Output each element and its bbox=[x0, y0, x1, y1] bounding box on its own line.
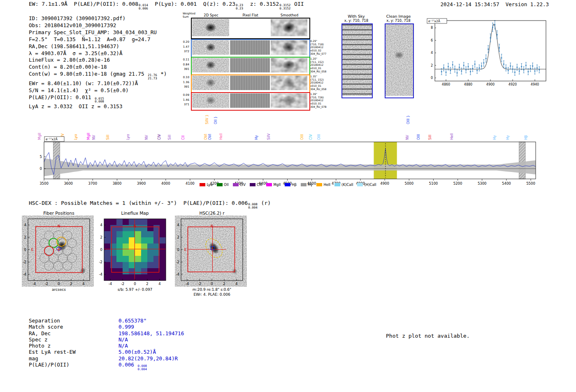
svg-text:3600: 3600 bbox=[64, 181, 73, 186]
svg-text:3800: 3800 bbox=[113, 181, 122, 186]
spec2d-weighted-2d bbox=[192, 19, 229, 36]
legend-swatch bbox=[217, 183, 223, 186]
match-field-label: Spec z bbox=[29, 336, 118, 343]
svg-text:0: 0 bbox=[211, 282, 213, 286]
legend-swatch bbox=[285, 183, 290, 186]
legend-item: (K)CaII bbox=[334, 183, 353, 187]
text-segment: EWr = 8.40(±1.10) (w: 7.10(±0.72))Å bbox=[29, 80, 138, 86]
svg-text:3500: 3500 bbox=[39, 181, 49, 186]
svg-text:5300: 5300 bbox=[478, 181, 487, 186]
svg-text:MgII: MgII bbox=[86, 133, 91, 140]
svg-text:Hγ: Hγ bbox=[492, 135, 497, 140]
svg-text:4: 4 bbox=[100, 223, 102, 227]
stacked-uncertainty: 0.0140.006 bbox=[139, 4, 148, 10]
text-segment: P(LAE)/P(OII): 0.011 bbox=[29, 94, 94, 100]
stacked-uncertainty: 0.31520.3152 bbox=[279, 4, 290, 10]
text-segment: S/N = 14.1(±1.4) χ² = 0.5(±0.0) bbox=[29, 87, 129, 93]
spec2d-pixelflat bbox=[230, 40, 270, 55]
cutout-plot: NE-4-4-2-2002244 bbox=[169, 216, 247, 289]
spec2d-row bbox=[191, 74, 310, 93]
svg-text:-2: -2 bbox=[121, 282, 124, 286]
noise-image bbox=[271, 58, 307, 72]
stacked-uncertainty: 0.0150.008 bbox=[95, 97, 104, 104]
svg-text:HeII: HeII bbox=[450, 133, 454, 140]
with-sky-panel: With Skyx, y: 710, 718 bbox=[340, 12, 373, 101]
svg-text:4: 4 bbox=[177, 223, 179, 227]
legend-label: OII bbox=[224, 183, 229, 187]
legend-swatch bbox=[316, 183, 322, 186]
svg-text:-2: -2 bbox=[23, 260, 26, 264]
spec2d-pixelflat bbox=[230, 93, 270, 108]
spec2d-row-weights: 0.201.47372 bbox=[180, 40, 189, 54]
text-segment: P(Lyα): 0.001 Q(z): 0.23 bbox=[149, 1, 235, 7]
spec2d-smoothed bbox=[271, 93, 307, 108]
svg-text:5: 5 bbox=[40, 155, 42, 159]
svg-text:-2: -2 bbox=[176, 260, 179, 264]
info-line: LineFlux = 2.80(±0.28)e-16 bbox=[29, 57, 167, 64]
cutout-sublabels: s/b: 5.97 +/- 0.097 bbox=[100, 288, 170, 292]
spec2d-col-header: Smoothed bbox=[272, 13, 307, 17]
spec2d-row-weights: 0.091.46371 bbox=[180, 93, 189, 107]
noise-image bbox=[192, 93, 229, 108]
svg-text:SiII: SiII bbox=[167, 135, 172, 140]
cutout-sublabel: m:20.9 re:1.8" s:0.6" bbox=[177, 288, 247, 292]
text-segment: ID: 3090017392 (3090017392.pdf) bbox=[29, 15, 125, 21]
svg-text:OII }: OII } bbox=[214, 116, 218, 124]
svg-text:E: E bbox=[31, 248, 34, 252]
match-row: mag20.82(20.79,20.84)R bbox=[29, 355, 184, 362]
svg-text:OIII: OIII bbox=[416, 134, 420, 140]
match-field-label: Match score bbox=[29, 324, 118, 330]
match-row: Spec zN/A bbox=[29, 336, 184, 343]
spec2d-weighted-flat bbox=[230, 19, 270, 36]
panel-subtitle: x, y: 710, 718 bbox=[382, 19, 415, 23]
spec2d-cutout bbox=[192, 76, 229, 90]
svg-text:OVI: OVI bbox=[204, 134, 208, 140]
info-line: Obs: 20180412v010_3090017392 bbox=[29, 22, 167, 29]
noise-image bbox=[192, 40, 229, 55]
spec2d-weighted-smooth bbox=[271, 19, 307, 36]
svg-text:Hγ: Hγ bbox=[506, 135, 510, 140]
legend-label: (K)CaII bbox=[341, 183, 353, 187]
elixer-report-page: EW: 7.1±1.9Å P(LAE)/P(OII): 0.0080.0140.… bbox=[0, 0, 576, 392]
svg-text:2: 2 bbox=[177, 235, 179, 239]
hsc-dex-header: HSC-DEX : Possible Matches = 1 (within +… bbox=[29, 200, 271, 209]
spec2d-row bbox=[191, 57, 310, 75]
svg-text:OIII }: OIII } bbox=[406, 115, 410, 124]
cutout-sublabel: s/b: 5.97 +/- 0.097 bbox=[100, 288, 170, 292]
flux-svg: N-4-4-2-2002244 bbox=[92, 216, 170, 288]
match-row: Match score0.999 bbox=[29, 324, 184, 330]
panel-image bbox=[341, 23, 373, 98]
svg-text:N: N bbox=[211, 224, 214, 228]
legend-item: Hβ bbox=[285, 183, 297, 187]
text-segment: HSC-DEX : Possible Matches = 1 (within +… bbox=[29, 200, 248, 206]
svg-text:-4: -4 bbox=[23, 272, 26, 276]
svg-text:6: 6 bbox=[431, 39, 433, 42]
text-segment: 0.999 bbox=[118, 324, 134, 330]
legend-label: (H)CaII bbox=[364, 183, 376, 187]
text-segment: Obs: 20180412v010_3090017392 bbox=[29, 22, 116, 28]
spec2d-cutout bbox=[192, 93, 229, 108]
legend-item: CIII bbox=[250, 183, 262, 187]
legend-item: Lyα bbox=[200, 183, 213, 187]
match-field-label: Est LyA rest-EW bbox=[29, 349, 118, 355]
match-field-label: Photo z bbox=[29, 343, 118, 349]
text-segment: LineFlux = 2.80(±0.28)e-16 bbox=[29, 57, 110, 63]
spec2d-cutout bbox=[192, 58, 229, 72]
text-segment: 5.00(±0.52)Å bbox=[118, 349, 156, 355]
text-segment: RA,Dec (198.586411,51.194637) bbox=[29, 43, 119, 49]
noise-image bbox=[386, 24, 413, 96]
photz-note: Phot z plot not available. bbox=[386, 333, 470, 339]
svg-text:5400: 5400 bbox=[502, 181, 511, 186]
match-field-value: N/A bbox=[118, 336, 128, 343]
legend-swatch bbox=[250, 183, 255, 186]
text-segment: F=2.5" T=0.135 N̄=1.12 A=0.87 g=24.7 bbox=[29, 36, 151, 42]
spec2d-row bbox=[191, 92, 310, 111]
noise-image bbox=[192, 76, 229, 90]
svg-text:2: 2 bbox=[146, 282, 148, 286]
noise-image bbox=[271, 19, 307, 36]
svg-text:e⁻¹⁷x2Å: e⁻¹⁷x2Å bbox=[46, 137, 58, 141]
svg-text:-4: -4 bbox=[109, 282, 112, 286]
svg-text:OVI: OVI bbox=[208, 134, 212, 140]
match-field-value: 198.586148, 51.194716 bbox=[118, 330, 184, 336]
text-segment: 198.586148, 51.194716 bbox=[118, 330, 184, 336]
